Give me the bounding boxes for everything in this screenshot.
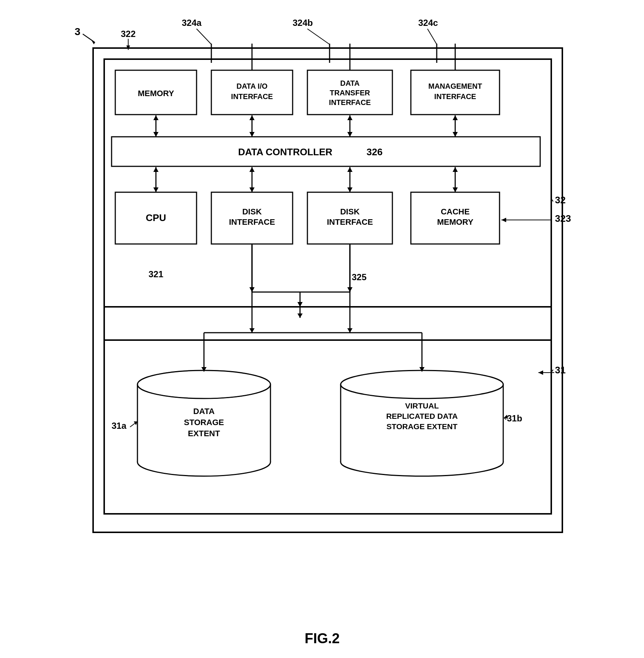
ref-31b-label: 31b (507, 413, 522, 423)
svg-marker-64 (347, 328, 352, 333)
disk1-label-1: DISK (242, 207, 262, 216)
data-transfer-label-3: INTERFACE (329, 98, 371, 106)
svg-line-6 (307, 29, 330, 44)
data-transfer-label-2: TRANSFER (330, 89, 370, 97)
cyl2-label-2: REPLICATED DATA (386, 412, 458, 420)
svg-marker-31 (347, 187, 352, 192)
cyl2-label-3: STORAGE EXTENT (386, 422, 457, 431)
svg-line-44 (552, 370, 553, 372)
svg-marker-36 (501, 218, 506, 222)
svg-marker-34 (453, 187, 458, 192)
ref-326-label: 326 (367, 146, 382, 157)
data-transfer-label-1: DATA (340, 79, 360, 87)
ref-3-label: 3 (75, 26, 81, 37)
svg-marker-27 (249, 167, 255, 172)
cyl1-label-1: DATA (193, 407, 215, 416)
disk2-label-1: DISK (340, 207, 360, 216)
memory-label: MEMORY (137, 89, 174, 98)
ref-31-label: 31 (555, 364, 566, 376)
ref-31a-label: 31a (112, 421, 127, 431)
svg-marker-16 (249, 132, 255, 137)
inner-box-32 (104, 59, 551, 340)
management-label-2: INTERFACE (434, 92, 476, 101)
svg-marker-24 (153, 167, 159, 172)
cyl2-label-1: VIRTUAL (405, 401, 439, 410)
svg-marker-61 (249, 328, 255, 333)
svg-marker-12 (153, 115, 159, 120)
cyl1-label-3: EXTENT (188, 429, 220, 438)
diagram-svg: 3 322 324a 324b 324c 32 MEMORY DA (64, 15, 581, 643)
cyl1-label-2: STORAGE (184, 418, 224, 427)
cache-label-2: MEMORY (437, 217, 473, 227)
disk2-label-2: INTERFACE (327, 217, 373, 227)
svg-marker-13 (153, 132, 159, 137)
svg-marker-33 (453, 167, 458, 172)
management-label-1: MANAGEMENT (428, 82, 482, 90)
svg-marker-30 (347, 167, 352, 172)
cache-label-1: CACHE (440, 207, 469, 216)
diagram-wrapper: 3 322 324a 324b 324c 32 MEMORY DA (64, 15, 581, 645)
svg-marker-22 (453, 132, 458, 137)
svg-line-10 (552, 200, 553, 201)
svg-marker-21 (453, 115, 458, 120)
fig-label: FIG.2 (304, 631, 340, 643)
ref-324a-label: 324a (182, 18, 202, 28)
svg-marker-28 (249, 187, 255, 192)
svg-marker-15 (249, 115, 255, 120)
ref-324b-label: 324b (293, 18, 313, 28)
svg-marker-46 (538, 370, 543, 375)
data-controller-label: DATA CONTROLLER (238, 146, 332, 157)
disk1-label-2: INTERFACE (229, 217, 275, 227)
data-io-label-2: INTERFACE (231, 92, 273, 101)
svg-marker-25 (153, 187, 159, 192)
svg-line-8 (427, 29, 437, 44)
svg-marker-19 (347, 132, 352, 137)
svg-marker-18 (347, 115, 352, 120)
svg-marker-1 (91, 40, 95, 44)
ref-32-label: 32 (555, 194, 566, 206)
svg-marker-58 (297, 313, 303, 318)
ref-322-label: 322 (121, 29, 136, 39)
data-io-label-1: DATA I/O (236, 82, 267, 90)
ref-321-label: 321 (149, 269, 163, 279)
ref-323-label: 323 (555, 213, 571, 224)
cpu-label: CPU (146, 212, 166, 223)
ref-324c-label: 324c (418, 18, 438, 28)
ref-325-label: 325 (352, 272, 367, 282)
cylinder2-top (341, 370, 503, 398)
svg-line-4 (197, 29, 211, 44)
